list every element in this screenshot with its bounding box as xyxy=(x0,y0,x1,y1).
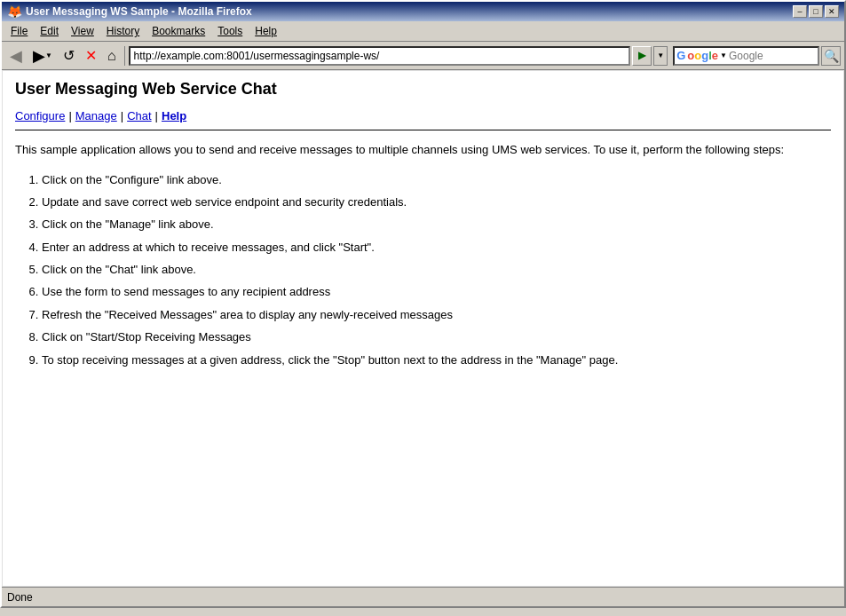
search-box: G o o g l e ▼ xyxy=(673,46,819,66)
menu-view[interactable]: View xyxy=(66,23,99,39)
nav-configure[interactable]: Configure xyxy=(15,109,65,122)
content-area: User Messaging Web Service Chat Configur… xyxy=(3,71,843,586)
nav-help[interactable]: Help xyxy=(162,109,186,122)
menu-help[interactable]: Help xyxy=(249,23,282,39)
restore-button[interactable]: □ xyxy=(809,5,823,18)
stop-button[interactable]: ✕ xyxy=(81,44,101,67)
google-dropdown-icon: ▼ xyxy=(720,51,727,59)
list-item: Enter an address at which to receive mes… xyxy=(42,237,831,257)
list-item: To stop receiving messages at a given ad… xyxy=(42,350,831,370)
search-icon: 🔍 xyxy=(824,49,839,63)
page-heading: User Messaging Web Service Chat xyxy=(15,80,831,100)
search-input[interactable] xyxy=(729,48,818,64)
browser-content: User Messaging Web Service Chat Configur… xyxy=(2,70,844,587)
menu-bar: File Edit View History Bookmarks Tools H… xyxy=(2,21,844,42)
status-bar: Done xyxy=(2,587,844,606)
close-button[interactable]: ✕ xyxy=(825,5,839,18)
address-input[interactable] xyxy=(129,46,631,66)
search-area: G o o g l e ▼ 🔍 xyxy=(673,46,841,66)
google-logo-g2: g xyxy=(701,49,708,62)
steps-list: Click on the "Configure" link above. Upd… xyxy=(42,170,831,371)
minimize-button[interactable]: – xyxy=(793,5,807,18)
home-button[interactable]: ⌂ xyxy=(103,44,121,67)
go-button[interactable]: ▶ xyxy=(632,46,652,66)
menu-file[interactable]: File xyxy=(5,23,33,39)
title-bar: 🦊 User Messaging WS Sample - Mozilla Fir… xyxy=(2,2,844,21)
list-item: Click on "Start/Stop Receiving Messages xyxy=(42,327,831,347)
nav-chat[interactable]: Chat xyxy=(127,109,151,122)
reload-button[interactable]: ↺ xyxy=(59,44,79,67)
nav-manage[interactable]: Manage xyxy=(75,109,117,122)
list-item: Click on the "Chat" link above. xyxy=(42,259,831,280)
menu-tools[interactable]: Tools xyxy=(212,23,248,39)
forward-icon: ▶ xyxy=(33,46,45,66)
toolbar: ◀ ▶ ▼ ↺ ✕ ⌂ ▶ ▼ G o xyxy=(2,42,844,70)
search-button[interactable]: 🔍 xyxy=(821,46,841,66)
list-item: Click on the "Configure" link above. xyxy=(42,170,831,190)
back-button[interactable]: ◀ xyxy=(5,44,27,67)
toolbar-separator xyxy=(124,46,125,66)
back-icon: ◀ xyxy=(10,46,22,66)
address-dropdown-button[interactable]: ▼ xyxy=(653,46,668,66)
list-item: Update and save correct web service endp… xyxy=(42,192,831,212)
menu-edit[interactable]: Edit xyxy=(35,23,64,39)
forward-button[interactable]: ▶ ▼ xyxy=(28,44,57,67)
browser-window: 🦊 User Messaging WS Sample - Mozilla Fir… xyxy=(0,0,846,608)
window-title: User Messaging WS Sample - Mozilla Firef… xyxy=(26,5,252,18)
address-bar: ▶ ▼ xyxy=(129,46,668,66)
home-icon: ⌂ xyxy=(107,48,116,64)
list-item: Use the form to send messages to any rec… xyxy=(42,281,831,302)
list-item: Click on the "Manage" link above. xyxy=(42,214,831,234)
google-logo-o2: o xyxy=(694,49,701,62)
google-logo-o: o xyxy=(687,49,694,62)
list-item: Refresh the "Received Messages" area to … xyxy=(42,304,831,325)
reload-icon: ↺ xyxy=(63,47,75,64)
go-icon: ▶ xyxy=(638,50,645,60)
nav-sep-1: | xyxy=(68,109,71,122)
firefox-icon: 🦊 xyxy=(7,4,22,19)
address-dropdown-icon: ▼ xyxy=(657,51,664,59)
nav-sep-2: | xyxy=(121,109,123,122)
intro-text: This sample application allows you to se… xyxy=(15,141,831,159)
nav-links: Configure | Manage | Chat | Help xyxy=(15,109,831,122)
menu-bookmarks[interactable]: Bookmarks xyxy=(146,23,210,39)
forward-dropdown-icon: ▼ xyxy=(45,51,52,59)
status-text: Done xyxy=(7,591,33,604)
nav-sep-3: | xyxy=(155,109,158,122)
stop-icon: ✕ xyxy=(85,47,97,64)
menu-history[interactable]: History xyxy=(101,23,145,39)
window-controls: – □ ✕ xyxy=(793,5,839,18)
google-logo-e: e xyxy=(712,49,718,62)
google-logo: G xyxy=(675,49,687,62)
divider xyxy=(15,130,831,130)
